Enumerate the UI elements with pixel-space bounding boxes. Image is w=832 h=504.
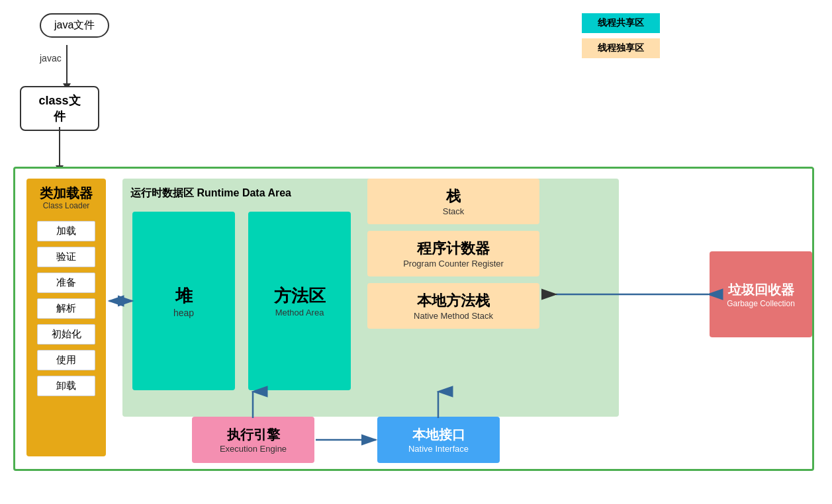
legend-shared: 线程共享区 <box>582 13 660 33</box>
diagram-wrapper: 线程共享区 线程独享区 java文件 javac class文件 类加载器 Cl… <box>0 0 832 504</box>
heap-subtitle: heap <box>173 308 194 318</box>
heap-box: 堆 heap <box>132 212 235 390</box>
native-interface-title: 本地接口 <box>412 426 465 444</box>
cl-item-load: 加载 <box>37 221 95 241</box>
exec-title: 执行引擎 <box>227 426 280 444</box>
stack-box: 栈 Stack <box>367 179 539 224</box>
java-file-box: java文件 <box>40 13 109 38</box>
nms-title: 本地方法栈 <box>373 291 534 311</box>
method-title: 方法区 <box>274 284 326 308</box>
cl-item-unload: 卸载 <box>37 376 95 396</box>
class-loader-title: 类加载器 <box>40 185 93 201</box>
native-interface-subtitle: Native Interface <box>408 444 469 454</box>
native-method-stack-box: 本地方法栈 Native Method Stack <box>367 283 539 329</box>
gc-subtitle: Garbage Collection <box>727 299 795 308</box>
legend: 线程共享区 线程独享区 <box>582 13 660 58</box>
arrow-java-to-class <box>66 45 68 85</box>
method-subtitle: Method Area <box>275 308 324 317</box>
class-file-box: class文件 <box>20 86 99 131</box>
java-file-label: java文件 <box>54 19 95 30</box>
cl-item-init: 初始化 <box>37 324 95 345</box>
exec-subtitle: Execution Engine <box>220 444 287 454</box>
pc-register-box: 程序计数器 Program Counter Register <box>367 231 539 276</box>
javac-label: javac <box>40 53 62 63</box>
legend-exclusive: 线程独享区 <box>582 38 660 58</box>
heap-title: 堆 <box>175 284 193 308</box>
method-area-box: 方法区 Method Area <box>248 212 351 390</box>
class-loader-box: 类加载器 Class Loader 加载 验证 准备 解析 初始化 使用 卸载 <box>26 179 106 456</box>
cl-item-use: 使用 <box>37 350 95 370</box>
class-file-label: class文件 <box>38 94 80 123</box>
gc-title: 垃圾回收器 <box>728 281 794 299</box>
class-loader-subtitle: Class Loader <box>43 201 90 210</box>
arrow-class-to-main <box>59 127 60 167</box>
cl-item-verify: 验证 <box>37 247 95 267</box>
stack-title: 栈 <box>373 187 534 206</box>
cl-item-resolve: 解析 <box>37 298 95 319</box>
cl-item-prepare: 准备 <box>37 273 95 293</box>
pc-subtitle: Program Counter Register <box>373 259 534 269</box>
pc-title: 程序计数器 <box>373 239 534 259</box>
stack-area: 栈 Stack 程序计数器 Program Counter Register 本… <box>367 179 539 329</box>
gc-box: 垃圾回收器 Garbage Collection <box>710 251 812 337</box>
execution-engine-box: 执行引擎 Execution Engine <box>192 417 314 463</box>
stack-subtitle: Stack <box>373 206 534 216</box>
native-interface-box: 本地接口 Native Interface <box>377 417 500 463</box>
nms-subtitle: Native Method Stack <box>373 311 534 321</box>
